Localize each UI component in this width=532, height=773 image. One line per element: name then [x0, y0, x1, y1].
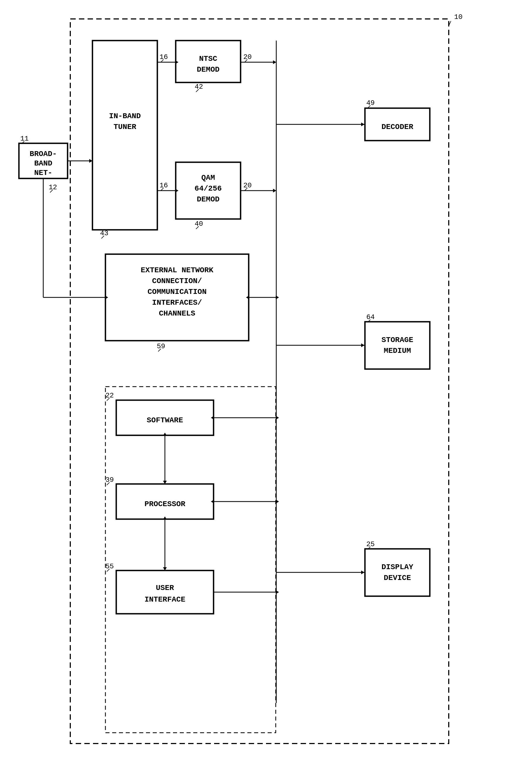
ref-64: 64	[366, 313, 375, 321]
ntsc-demod-label1: NTSC	[199, 55, 217, 63]
arrow-proc-right	[276, 500, 279, 503]
arrow-bus-to-display	[361, 570, 364, 574]
processor-label: PROCESSOR	[144, 500, 185, 508]
ref-20-top: 20	[243, 53, 252, 61]
arrow-qam-right	[273, 189, 276, 193]
ref-16-top: 16	[159, 53, 168, 61]
in-band-tuner-label2: TUNER	[114, 123, 136, 131]
ref-39: 39	[105, 476, 114, 484]
diagram-container: 10 BROAD- BAND NET- 11 12 IN-BAND TUNER …	[16, 11, 516, 762]
display-device-box	[365, 549, 430, 596]
user-interface-label1: USER	[156, 584, 174, 592]
arrow-proc-ui-up	[163, 516, 167, 520]
inner-dashed-box	[105, 387, 276, 733]
ref-42: 42	[195, 83, 203, 91]
software-label: SOFTWARE	[147, 416, 183, 424]
decoder-label: DECODER	[381, 123, 413, 131]
ext-network-label1: EXTERNAL NETWORK	[141, 266, 214, 274]
ext-network-label5: CHANNELS	[159, 309, 195, 318]
ext-network-label3: COMMUNICATION	[148, 288, 207, 296]
ntsc-demod-label2: DEMOD	[197, 65, 220, 74]
ref-55: 55	[105, 562, 114, 570]
display-device-label2: DEVICE	[384, 574, 411, 582]
ref-11: 11	[20, 135, 29, 143]
arrow-software-left	[211, 416, 214, 420]
ref-40: 40	[195, 220, 203, 228]
broadband-network-label: BROAD-	[30, 150, 57, 158]
broadband-network-label2: BAND	[34, 159, 52, 168]
arrow-bus-to-storage	[361, 343, 364, 347]
ref-12: 12	[49, 183, 57, 191]
ref-43: 43	[100, 229, 108, 237]
arrow-ntsc-right	[273, 60, 276, 64]
ref-49: 49	[366, 99, 375, 107]
ext-network-label4: INTERFACES/	[152, 298, 202, 307]
arrow-broad-to-ext	[105, 296, 108, 299]
user-interface-label2: INTERFACE	[144, 595, 185, 604]
arrow-sw-proc-up	[163, 433, 167, 436]
qam-demod-label1: QAM	[201, 174, 215, 182]
in-band-tuner-box	[92, 41, 157, 230]
qam-demod-label2: 64/256	[195, 184, 222, 193]
storage-medium-box	[365, 322, 430, 369]
qam-demod-label3: DEMOD	[197, 195, 220, 204]
broadband-network-label3: NET-	[34, 169, 52, 177]
storage-medium-label2: MEDIUM	[384, 347, 411, 355]
arrow-software-right	[276, 416, 279, 420]
in-band-tuner-label1: IN-BAND	[109, 112, 141, 120]
storage-medium-label1: STORAGE	[381, 336, 413, 344]
ext-network-label2: CONNECTION/	[152, 277, 202, 285]
ref-10: 10	[454, 13, 463, 21]
arrow-bus-to-decoder	[361, 122, 364, 126]
arrow-tuner-to-qam	[175, 189, 178, 193]
arrow-tuner-to-ntsc	[175, 60, 178, 64]
ref-20-bot: 20	[243, 181, 252, 190]
ref-59: 59	[157, 342, 165, 350]
arrow-proc-left	[211, 500, 214, 503]
ref-16-bot: 16	[159, 181, 168, 190]
arrow-ui-right	[276, 590, 279, 594]
display-device-label1: DISPLAY	[381, 563, 413, 571]
ref-25: 25	[366, 540, 375, 548]
arrow-ext-left	[246, 296, 249, 299]
ref-22: 22	[105, 392, 114, 400]
